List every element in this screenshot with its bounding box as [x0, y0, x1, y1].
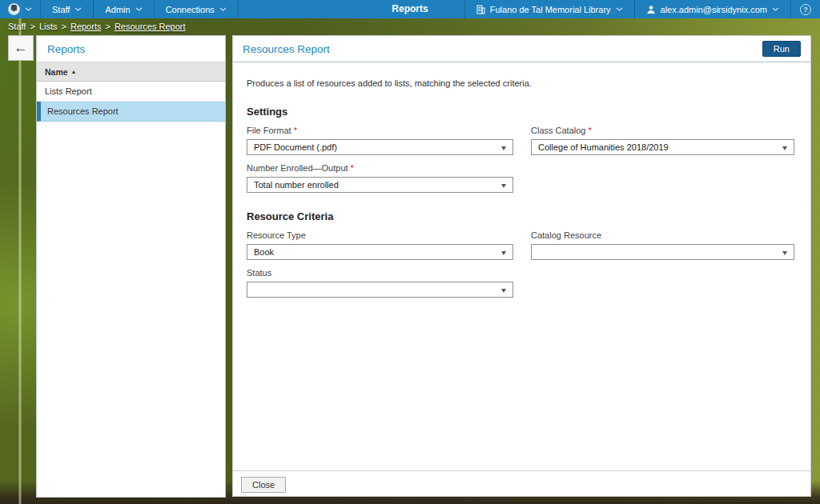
file-format-label: File Format*	[247, 126, 513, 135]
library-icon	[476, 5, 485, 14]
status-field: Status	[247, 268, 513, 298]
catalog-resource-label: Catalog Resource	[531, 230, 794, 240]
resource-type-value: Book	[254, 247, 274, 257]
menu-staff-label: Staff	[52, 5, 70, 14]
topbar-divider	[238, 0, 239, 18]
status-label: Status	[247, 268, 513, 278]
resource-criteria-section-title: Resource Criteria	[247, 210, 797, 222]
help-button[interactable]: ?	[791, 0, 820, 18]
number-enrolled-output-field: Number Enrolled—Output* Total number enr…	[247, 163, 513, 193]
app-logo-menu[interactable]	[0, 0, 40, 18]
resource-type-field: Resource Type Book	[247, 230, 513, 260]
dropdown-caret-icon	[501, 251, 506, 255]
resource-criteria-fields-row-2: Status	[247, 260, 797, 298]
chevron-down-icon	[135, 7, 143, 11]
file-format-select[interactable]: PDF Document (.pdf)	[247, 139, 513, 155]
breadcrumb-separator: >	[62, 22, 66, 31]
report-description: Produces a list of resources added to li…	[247, 78, 797, 88]
library-name: Fulano de Tal Memorial Library	[490, 5, 611, 14]
dropdown-caret-icon	[501, 146, 506, 150]
settings-section-title: Settings	[247, 106, 797, 118]
dropdown-caret-icon	[782, 251, 787, 255]
chevron-down-icon	[219, 7, 227, 11]
status-select[interactable]	[247, 282, 513, 298]
required-icon: *	[351, 163, 354, 173]
catalog-resource-field: Catalog Resource	[531, 230, 794, 260]
user-menu[interactable]: alex.admin@sirsidynix.com	[635, 0, 790, 18]
help-icon: ?	[800, 4, 811, 15]
breadcrumb-item-resources-report[interactable]: Resources Report	[115, 22, 186, 31]
file-format-field: File Format* PDF Document (.pdf)	[247, 126, 513, 155]
resource-type-select[interactable]: Book	[247, 244, 513, 260]
name-column-header[interactable]: Name ▲	[37, 62, 225, 82]
settings-fields-row-1: File Format* PDF Document (.pdf) Class C…	[247, 118, 797, 155]
sort-ascending-icon: ▲	[71, 69, 77, 74]
required-icon: *	[294, 126, 297, 135]
resource-criteria-fields-row-1: Resource Type Book Catalog Resource	[247, 222, 797, 260]
settings-fields-row-2: Number Enrolled—Output* Total number enr…	[247, 155, 797, 193]
list-item-resources-report[interactable]: Resources Report	[37, 102, 225, 122]
page-title: Reports	[392, 0, 428, 18]
library-selector[interactable]: Fulano de Tal Memorial Library	[465, 0, 634, 18]
required-icon: *	[588, 126, 591, 135]
chevron-down-icon	[772, 7, 779, 11]
user-icon	[646, 5, 656, 14]
breadcrumb-item-lists[interactable]: Lists	[39, 22, 58, 31]
breadcrumb-separator: >	[30, 22, 34, 31]
chevron-down-icon	[74, 7, 82, 11]
breadcrumb: Staff > Lists > Reports > Resources Repo…	[0, 18, 820, 34]
name-column-label: Name	[45, 67, 68, 77]
dropdown-caret-icon	[501, 289, 506, 293]
resources-report-panel: Resources Report Run Produces a list of …	[232, 35, 811, 497]
back-button[interactable]: ←	[8, 35, 34, 61]
run-button[interactable]: Run	[762, 41, 801, 57]
breadcrumb-item-reports[interactable]: Reports	[70, 22, 102, 31]
report-title: Resources Report	[243, 43, 330, 55]
menu-staff[interactable]: Staff	[41, 0, 93, 18]
report-form-body: Produces a list of resources added to li…	[233, 78, 810, 298]
dropdown-caret-icon	[782, 146, 787, 150]
user-email: alex.admin@sirsidynix.com	[661, 5, 767, 14]
class-catalog-select[interactable]: College of Humanities 2018/2019	[531, 139, 794, 155]
dropdown-caret-icon	[501, 184, 506, 188]
reports-list-title: Reports	[37, 36, 225, 62]
number-enrolled-output-select[interactable]: Total number enrolled	[247, 177, 513, 193]
app-logo-icon	[8, 3, 20, 15]
number-enrolled-output-value: Total number enrolled	[254, 180, 339, 190]
reports-list-panel: Reports Name ▲ Lists Report Resources Re…	[36, 35, 226, 498]
chevron-down-icon	[616, 7, 623, 11]
report-panel-footer: Close	[233, 470, 810, 493]
menu-admin-label: Admin	[105, 5, 130, 14]
chevron-down-icon	[25, 7, 32, 11]
number-enrolled-output-label: Number Enrolled—Output*	[247, 163, 513, 173]
menu-connections[interactable]: Connections	[155, 0, 238, 18]
top-app-bar: Staff Admin Connections Reports Fulano d…	[0, 0, 820, 18]
list-item-lists-report[interactable]: Lists Report	[37, 82, 225, 102]
breadcrumb-separator: >	[105, 22, 110, 31]
close-button[interactable]: Close	[241, 477, 286, 493]
back-arrow-icon: ←	[14, 40, 28, 56]
file-format-value: PDF Document (.pdf)	[254, 142, 337, 152]
report-panel-header: Resources Report Run	[233, 36, 810, 62]
class-catalog-field: Class Catalog* College of Humanities 201…	[531, 126, 794, 155]
menu-admin[interactable]: Admin	[94, 0, 153, 18]
catalog-resource-select[interactable]	[531, 244, 794, 260]
class-catalog-label: Class Catalog*	[531, 126, 794, 135]
breadcrumb-item-staff[interactable]: Staff	[8, 22, 26, 31]
class-catalog-value: College of Humanities 2018/2019	[538, 142, 669, 152]
menu-connections-label: Connections	[166, 5, 215, 14]
resource-type-label: Resource Type	[247, 230, 513, 240]
